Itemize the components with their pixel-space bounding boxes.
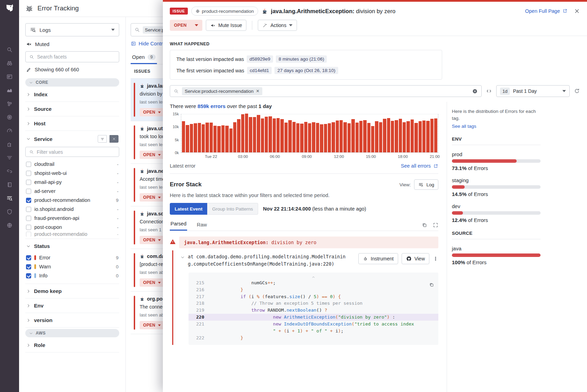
view-source-button[interactable]: View (402, 253, 429, 264)
copy-code-icon[interactable] (429, 282, 434, 287)
close-icon[interactable] (574, 8, 580, 14)
rail-notebooks-book-icon[interactable] (0, 178, 19, 191)
rail-service-map-link-icon[interactable] (0, 164, 19, 178)
collapse-code-icon[interactable] (189, 274, 438, 279)
rail-metrics-chart-icon[interactable] (0, 83, 19, 97)
service-option-product-recommendation[interactable]: product-recommendation9 (25, 196, 119, 205)
issue-card-status[interactable]: OPEN (140, 108, 164, 116)
facet-index[interactable]: Index (25, 87, 119, 102)
checkbox[interactable] (26, 162, 31, 167)
service-option-fraud-prevention-api[interactable]: fraud-prevention-api- (25, 214, 119, 223)
service-option-cloudtrail[interactable]: cloudtrail- (25, 160, 119, 169)
issue-card-status[interactable]: OPEN (140, 151, 164, 159)
first-version-badge[interactable]: cd14efd1 (247, 67, 272, 74)
facet-env[interactable]: Env (25, 299, 119, 313)
checkbox[interactable] (26, 232, 31, 237)
facet-search-input[interactable] (37, 54, 115, 60)
facet-search[interactable] (25, 51, 119, 62)
facet-role[interactable]: Role (25, 338, 119, 353)
checkbox[interactable] (26, 189, 31, 194)
checkbox[interactable] (26, 207, 31, 212)
service-clear-button[interactable] (109, 135, 119, 143)
rail-processes-cluster-icon[interactable] (0, 97, 19, 110)
open-full-page-link[interactable]: Open Full Page (525, 8, 568, 14)
checkbox[interactable] (26, 264, 31, 269)
instrument-button[interactable]: Instrument (358, 253, 398, 264)
query-tag[interactable]: Service:product-recommendation ✕ (182, 87, 262, 95)
service-option-email-api-py[interactable]: email-api-py- (25, 178, 119, 187)
checkbox[interactable] (26, 225, 31, 230)
issue-card-status[interactable]: OPEN (140, 236, 164, 244)
errors-count-link[interactable]: 859k errors (198, 103, 226, 109)
checkbox[interactable] (26, 216, 31, 221)
checkbox[interactable] (26, 171, 31, 176)
issue-card-status[interactable]: OPEN (140, 321, 164, 329)
refresh-icon[interactable] (574, 88, 580, 94)
issue-card-status[interactable]: OPEN (140, 193, 164, 202)
rail-watchdog-binoculars-icon[interactable] (0, 56, 19, 70)
muted-filter[interactable]: Muted (25, 36, 119, 51)
rail-security-shield-icon[interactable] (0, 205, 19, 219)
query-tag-remove-icon[interactable]: ✕ (256, 89, 260, 93)
last-version-badge[interactable]: d58929e9 (247, 55, 273, 63)
errors-bar-chart[interactable]: 0k5k10k15k (170, 114, 438, 153)
latest-event-button[interactable]: Latest Event (170, 203, 207, 215)
service-pill[interactable]: product-recommendation (191, 7, 258, 16)
expand-icon[interactable] (433, 222, 438, 228)
service-value-filter[interactable] (25, 147, 119, 157)
group-into-patterns-button[interactable]: Group Into Patterns (207, 203, 258, 215)
service-option-post-coupon[interactable]: post-coupon- (25, 223, 119, 232)
see-all-errors-link[interactable]: See all errors (401, 163, 438, 169)
datadog-logo-icon[interactable] (5, 3, 15, 13)
code-view-icon[interactable] (486, 88, 492, 94)
rail-log-management-icon[interactable] (0, 191, 19, 205)
rail-integrations-puzzle-icon[interactable] (0, 137, 19, 151)
rail-pipelines-filter-icon[interactable] (0, 151, 19, 164)
time-range-select[interactable]: 1d Past 1 Day (496, 85, 570, 97)
facet-status[interactable]: Status (25, 239, 119, 253)
service-option-shopist-web-ui[interactable]: shopist-web-ui- (25, 169, 119, 178)
chart-plot-area[interactable] (181, 114, 438, 153)
view-log-button[interactable]: Log (414, 179, 438, 190)
mute-issue-button[interactable]: Mute Issue (206, 20, 246, 31)
checkbox[interactable] (26, 273, 31, 278)
rail-appsec-globe-icon[interactable] (0, 219, 19, 232)
clear-query-icon[interactable] (472, 88, 478, 94)
facet-version[interactable]: version (25, 313, 119, 328)
rail-dashboards-gauge-icon[interactable] (0, 124, 19, 137)
checkbox[interactable] (26, 180, 31, 185)
issue-card-status[interactable]: OPEN (140, 278, 164, 287)
service-option-product-recommendatio[interactable]: product-recommendatio- (25, 232, 119, 237)
facet-demo-keep[interactable]: Demo keep (25, 284, 119, 299)
actions-button[interactable]: Actions (258, 20, 297, 31)
see-all-tags-link[interactable]: See all tags (452, 124, 580, 129)
showing-count[interactable]: Showing 660 of 660 (25, 62, 119, 77)
facet-source[interactable]: Source (25, 102, 119, 116)
kebab-menu-icon[interactable] (433, 253, 438, 264)
issue-status-select[interactable]: OPEN (170, 20, 202, 31)
checkbox[interactable] (26, 255, 31, 260)
first-version-time[interactable]: 27 days ago (Oct 26, 18:10) (274, 67, 338, 74)
rail-synthetics-target-icon[interactable] (0, 110, 19, 124)
tab-parsed[interactable]: Parsed (170, 218, 187, 231)
status-option-warn[interactable]: Warn0 (25, 262, 119, 271)
service-filter-button[interactable] (98, 135, 107, 143)
service-filter-input[interactable] (37, 149, 115, 155)
rail-events-list-icon[interactable] (0, 70, 19, 83)
last-version-time[interactable]: 8 minutes ago (21:06) (276, 55, 327, 63)
service-option-ad-server[interactable]: ad-server- (25, 187, 119, 196)
rail-search-icon[interactable] (0, 43, 19, 56)
copy-icon[interactable] (422, 222, 427, 228)
query-search[interactable]: Service:product-recommendation ✕ (170, 85, 482, 97)
tab-open[interactable]: Open 9 (131, 52, 157, 64)
facet-group-aws[interactable]: AWS (25, 329, 119, 337)
facet-service[interactable]: Service (25, 131, 119, 147)
service-option-io.shopist.android[interactable]: io.shopist.android- (25, 205, 119, 214)
checkbox[interactable] (26, 198, 31, 203)
source-select[interactable]: Logs (25, 23, 119, 36)
stack-frame-text[interactable]: at com.datadog.demo.profiling.modeltrain… (188, 253, 350, 268)
status-option-info[interactable]: Info0 (25, 271, 119, 280)
chevron-down-icon[interactable] (180, 254, 185, 260)
status-option-error[interactable]: Error9 (25, 253, 119, 262)
facet-group-core[interactable]: CORE (25, 78, 119, 87)
